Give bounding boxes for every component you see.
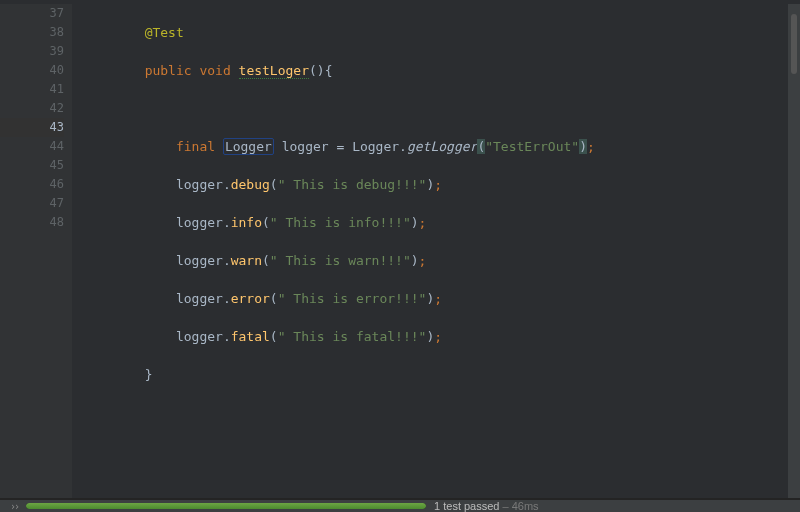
code-text: (: [262, 215, 270, 230]
tests-passed-label: 1 test passed: [434, 500, 499, 512]
method-call: fatal: [231, 329, 270, 344]
identifier: logger: [282, 139, 329, 154]
test-progress-bar: [26, 503, 426, 509]
identifier: logger: [176, 177, 223, 192]
code-text: .: [223, 291, 231, 306]
semicolon: ;: [434, 291, 442, 306]
identifier: logger: [176, 329, 223, 344]
keyword: public: [145, 63, 192, 78]
semicolon: ;: [419, 215, 427, 230]
line-number: 38: [0, 23, 64, 42]
semicolon: ;: [419, 253, 427, 268]
code-text: (: [270, 291, 278, 306]
grip-icon[interactable]: ››: [10, 501, 18, 512]
brace: }: [145, 367, 153, 382]
method-call: warn: [231, 253, 262, 268]
semicolon: ;: [434, 329, 442, 344]
test-status-text: 1 test passed – 46ms: [434, 500, 539, 512]
method-name: testLoger: [239, 63, 309, 79]
code-text: (: [270, 329, 278, 344]
line-number: 47: [0, 194, 64, 213]
static-method: getLogger: [407, 139, 477, 154]
keyword: final: [176, 139, 215, 154]
string-literal: " This is error!!!": [278, 291, 427, 306]
string-literal: "TestErrOut": [485, 139, 579, 154]
code-text: (){: [309, 63, 332, 78]
identifier: logger: [176, 291, 223, 306]
code-text: .: [399, 139, 407, 154]
semicolon: ;: [434, 177, 442, 192]
caret-selection: Logger: [223, 138, 274, 155]
line-number: 39: [0, 42, 64, 61]
gutter: 37 38 39 40 41 42 43 44 45 46 47 48: [0, 4, 72, 498]
code-text: (: [262, 253, 270, 268]
line-number: 46: [0, 175, 64, 194]
string-literal: " This is info!!!": [270, 215, 411, 230]
tests-duration: 46ms: [512, 500, 539, 512]
identifier: logger: [176, 215, 223, 230]
method-call: debug: [231, 177, 270, 192]
code-line: [82, 99, 788, 118]
code-text: (: [270, 177, 278, 192]
code-text: ): [411, 253, 419, 268]
string-literal: " This is warn!!!": [270, 253, 411, 268]
line-number: 40: [0, 61, 64, 80]
line-number: 44: [0, 137, 64, 156]
line-number: 41: [0, 80, 64, 99]
line-number: 43: [0, 118, 64, 137]
identifier: logger: [176, 253, 223, 268]
test-status-bar: ›› 1 test passed – 46ms: [0, 500, 800, 512]
code-text: .: [223, 253, 231, 268]
line-number: 48: [0, 213, 64, 232]
string-literal: " This is fatal!!!": [278, 329, 427, 344]
line-number: 42: [0, 99, 64, 118]
code-text: .: [223, 177, 231, 192]
status-separator: –: [499, 500, 511, 512]
method-call: error: [231, 291, 270, 306]
code-text: ): [411, 215, 419, 230]
line-number: 45: [0, 156, 64, 175]
line-number: 37: [0, 4, 64, 23]
class-ref: Logger: [352, 139, 399, 154]
semicolon: ;: [587, 139, 595, 154]
string-literal: " This is debug!!!": [278, 177, 427, 192]
code-area[interactable]: @Test public void testLoger(){ final Log…: [72, 4, 788, 498]
annotation: @Test: [145, 25, 184, 40]
code-editor[interactable]: 37 38 39 40 41 42 43 44 45 46 47 48 @Tes…: [0, 0, 800, 498]
method-call: info: [231, 215, 262, 230]
paren-match: ): [579, 139, 587, 154]
code-line: [82, 403, 788, 422]
test-progress-fill: [26, 503, 426, 509]
code-text: .: [223, 329, 231, 344]
code-text: .: [223, 215, 231, 230]
code-line: [82, 441, 788, 460]
keyword: void: [199, 63, 230, 78]
editor-scrollbar[interactable]: [788, 4, 800, 498]
code-text: =: [329, 139, 352, 154]
